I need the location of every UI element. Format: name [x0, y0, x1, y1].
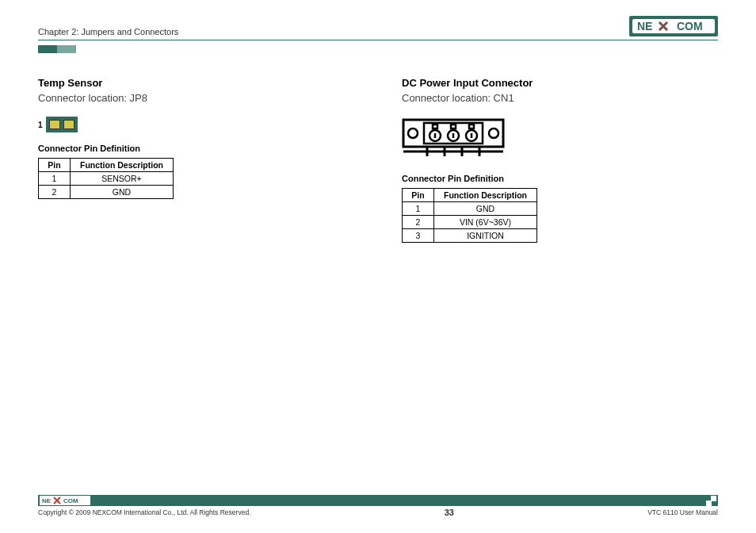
table-row: 1 SENSOR+ [39, 172, 174, 186]
temp-sensor-location: Connector location: JP8 [38, 92, 354, 104]
svg-text:COM: COM [63, 497, 78, 504]
cell-pin: 3 [403, 229, 434, 243]
pin-def-heading: Connector Pin Definition [402, 174, 718, 183]
cell-fn: GND [434, 202, 537, 216]
manual-name: VTC 6110 User Manual [647, 508, 718, 516]
svg-point-4 [489, 128, 498, 138]
jumper-pin [63, 120, 74, 129]
table-header-row: Pin Function Description [403, 189, 537, 202]
logo-text-com: COM [677, 20, 703, 33]
page-content: Temp Sensor Connector location: JP8 1 Co… [38, 77, 718, 243]
temp-sensor-title: Temp Sensor [38, 77, 354, 89]
pin1-label: 1 [38, 121, 43, 129]
table-row: 2 VIN (6V~36V) [403, 216, 537, 229]
dc-power-location: Connector location: CN1 [402, 92, 718, 104]
col-pin: Pin [403, 189, 434, 202]
table-row: 2 GND [39, 186, 174, 199]
pin-def-heading: Connector Pin Definition [38, 144, 354, 153]
chapter-title: Chapter 2: Jumpers and Connectors [38, 27, 178, 36]
col-fn: Function Description [434, 189, 537, 202]
cell-fn: IGNITION [434, 229, 537, 243]
jumper-box [46, 117, 78, 132]
nexcom-logo: NE COM [629, 16, 718, 36]
svg-rect-9 [433, 125, 437, 128]
jumper-pin [49, 120, 60, 129]
nexcom-footer-logo: NE COM [40, 496, 90, 505]
svg-text:NE: NE [42, 497, 52, 504]
logo-text-ne: NE [637, 20, 652, 33]
page-number: 33 [445, 508, 454, 517]
copyright-text: Copyright © 2009 NEXCOM International Co… [38, 508, 250, 516]
page-header: Chapter 2: Jumpers and Connectors NE COM [38, 16, 718, 40]
svg-point-3 [408, 128, 418, 138]
cell-fn: SENSOR+ [71, 172, 174, 186]
dc-power-section: DC Power Input Connector Connector locat… [402, 77, 718, 243]
svg-rect-11 [469, 125, 474, 128]
cn1-diagram [402, 117, 718, 163]
cn1-pin-table: Pin Function Description 1 GND 2 VIN (6V… [402, 188, 537, 243]
page-footer: NE COM Copyright © 2009 NEXCOM Internati… [38, 495, 718, 517]
jp8-diagram: 1 [38, 117, 78, 132]
cell-pin: 2 [39, 186, 71, 199]
col-pin: Pin [39, 159, 71, 172]
header-accent [38, 45, 718, 53]
footer-meta: Copyright © 2009 NEXCOM International Co… [38, 508, 718, 517]
footer-ornament [706, 496, 716, 506]
col-fn: Function Description [71, 159, 174, 172]
cell-pin: 1 [39, 172, 71, 186]
dc-power-title: DC Power Input Connector [402, 77, 718, 89]
cell-pin: 2 [403, 216, 434, 229]
table-row: 3 IGNITION [403, 229, 537, 243]
table-row: 1 GND [403, 202, 537, 216]
temp-sensor-section: Temp Sensor Connector location: JP8 1 Co… [38, 77, 354, 243]
svg-rect-10 [451, 125, 456, 128]
cell-pin: 1 [403, 202, 434, 216]
jp8-pin-table: Pin Function Description 1 SENSOR+ 2 GND [38, 158, 174, 199]
cell-fn: VIN (6V~36V) [434, 216, 537, 229]
table-header-row: Pin Function Description [39, 159, 174, 172]
cell-fn: GND [71, 186, 174, 199]
footer-bar: NE COM [38, 495, 718, 506]
